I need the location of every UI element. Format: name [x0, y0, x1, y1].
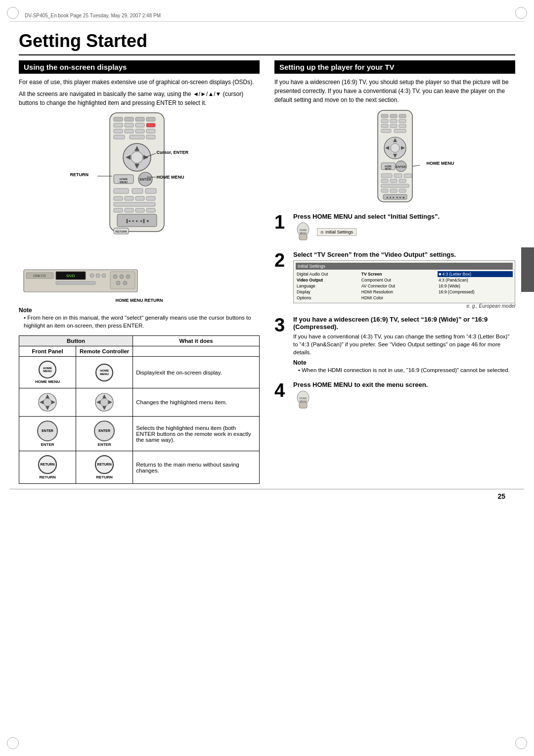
svg-rect-35: [114, 208, 123, 212]
step-1-title: Press HOME MENU and select “Initial Sett…: [293, 213, 515, 220]
svg-point-17: [131, 151, 143, 163]
svg-rect-34: [114, 202, 155, 206]
settings-mid-1: Component Out: [360, 277, 436, 283]
step-4-number: 4: [274, 381, 288, 400]
svg-rect-7: [135, 123, 144, 127]
svg-rect-99: [381, 179, 388, 183]
table-header-what: What it does: [133, 336, 260, 346]
svg-rect-78: [390, 119, 397, 123]
svg-rect-1: [114, 117, 123, 121]
fp-return-icon: RETURN: [38, 455, 57, 474]
svg-rect-104: [390, 189, 397, 192]
corner-circle-bl: [7, 737, 19, 749]
svg-text:ONKYO: ONKYO: [33, 274, 46, 278]
settings-mid-2: AV Connector Out: [360, 283, 436, 289]
step-1-content: Press HOME MENU and select “Initial Sett…: [293, 213, 515, 244]
step-2-title: Select “TV Screen” from the “Video Outpu…: [293, 251, 515, 258]
table-row: Changes the highlighted menu item.: [19, 388, 260, 417]
rc-home-menu-icon: HOMEMENU: [95, 364, 113, 381]
right-column: Setting up the player for your TV If you…: [274, 60, 515, 484]
step-4-image: HOME MENU: [293, 390, 515, 410]
settings-right-col: ■ 4:3 (Letter Box) 4:3 (Pan&Scan) 16:9 (…: [438, 271, 513, 301]
svg-rect-55: [110, 272, 135, 289]
svg-rect-29: [145, 189, 156, 193]
step-2: 2 Select “TV Screen” from the “Video Out…: [274, 251, 515, 309]
corner-circle-tr: [515, 7, 527, 19]
fp-enter: ENTER ENTER: [21, 421, 74, 447]
settings-left-2: Language: [296, 283, 358, 289]
svg-rect-77: [381, 119, 388, 123]
home-menu-label1: HOME MENU: [157, 175, 184, 180]
tv-remote-area: HOME MENU ENTER: [274, 108, 515, 209]
table-cell-what-2: Changes the highlighted menu item.: [133, 388, 260, 417]
svg-rect-8: [146, 123, 155, 127]
svg-point-58: [126, 275, 130, 279]
svg-rect-81: [390, 124, 397, 128]
right-home-menu-label: HOME MENU: [427, 161, 454, 166]
initial-settings-label: Initial Settings: [325, 230, 353, 235]
svg-text:MENU: MENU: [300, 400, 307, 403]
rc-return-icon: RETURN: [95, 455, 114, 474]
step-1-remote-icon: HOME MENU: [293, 222, 313, 242]
settings-mid-3: HDMI Resolution: [360, 289, 436, 295]
svg-point-51: [90, 274, 94, 278]
svg-rect-97: [394, 174, 402, 178]
svg-rect-79: [399, 119, 406, 123]
svg-point-86: [391, 143, 400, 152]
step-4-title: Press HOME MENU to exit the menu screen.: [293, 381, 515, 388]
svg-text:◄◄ ► ►► ■: ◄◄ ► ►► ■: [385, 196, 404, 199]
initial-settings-btn: ⊙ Initial Settings: [317, 228, 356, 236]
rc-home-menu: HOMEMENU: [78, 364, 131, 381]
cursor-enter-label: Cursor, ENTER: [157, 150, 189, 155]
fp-return-label: RETURN: [39, 475, 55, 479]
settings-right-2: 16:9 (Wide): [438, 283, 513, 289]
table-cell-what-3: Selects the highlighted menu item (both …: [133, 417, 260, 451]
side-tab: [521, 247, 534, 292]
svg-text:MENU: MENU: [119, 181, 127, 184]
svg-rect-4: [146, 117, 155, 121]
svg-rect-80: [381, 124, 388, 128]
settings-mid-0: TV Screen: [360, 271, 436, 277]
dvd-player-svg: ONKYO DVD: [19, 266, 157, 295]
svg-rect-103: [381, 189, 388, 192]
page-number: 25: [10, 489, 524, 503]
step-1: 1 Press HOME MENU and select “Initial Se…: [274, 213, 515, 244]
step-1-number: 1: [274, 213, 288, 232]
step-1-image: HOME MENU ⊙ Initial Settings: [293, 222, 515, 242]
rc-return: RETURN RETURN: [78, 455, 131, 479]
dvd-player-area: ONKYO DVD: [19, 266, 260, 303]
cursor-icon: [38, 392, 57, 412]
left-para1: For ease of use, this player makes exten…: [19, 78, 260, 87]
svg-rect-76: [399, 114, 406, 118]
corner-circle-tl: [7, 7, 19, 19]
fp-home-menu-icon: HOMEMENU: [39, 361, 56, 378]
file-info: DV-SP405_En.book Page 25 Tuesday, May 29…: [25, 13, 161, 18]
note-section: Note From here on in this manual, the wo…: [19, 307, 260, 330]
return-label: RETURN: [70, 172, 89, 177]
svg-point-60: [123, 281, 127, 285]
table-row: ENTER ENTER ENTER ENTER Selects the high…: [19, 417, 260, 451]
svg-rect-28: [132, 189, 143, 193]
left-para2: All the screens are navigated in basical…: [19, 90, 260, 107]
tv-remote-wrapper: HOME MENU ENTER: [370, 108, 420, 209]
svg-rect-98: [404, 174, 412, 178]
table-row: RETURN RETURN RETURN RETURN Returns to t…: [19, 451, 260, 484]
rc-cursor-icon: [94, 392, 114, 412]
fp-return: RETURN RETURN: [21, 455, 74, 479]
svg-rect-10: [125, 129, 134, 133]
svg-text:MENU: MENU: [385, 168, 391, 170]
table-header-rc: Remote Controller: [76, 346, 133, 357]
note-list: From here on in this manual, the word "s…: [19, 314, 260, 330]
settings-panel-title: Initial Settings: [298, 264, 325, 269]
settings-panel: Initial Settings Digital Audio Out Video…: [293, 260, 515, 303]
step-3: 3 If you have a widescreen (16:9) TV, se…: [274, 316, 515, 374]
svg-text:MENU: MENU: [300, 232, 307, 235]
svg-rect-13: [114, 135, 125, 139]
svg-point-53: [102, 274, 106, 278]
left-column: Using the on-screen displays For ease of…: [19, 60, 260, 484]
svg-rect-114: [299, 402, 307, 408]
settings-right-1: 4:3 (Pan&Scan): [438, 277, 513, 283]
svg-rect-11: [135, 129, 144, 133]
svg-rect-37: [135, 208, 144, 212]
corner-circle-br: [515, 737, 527, 749]
